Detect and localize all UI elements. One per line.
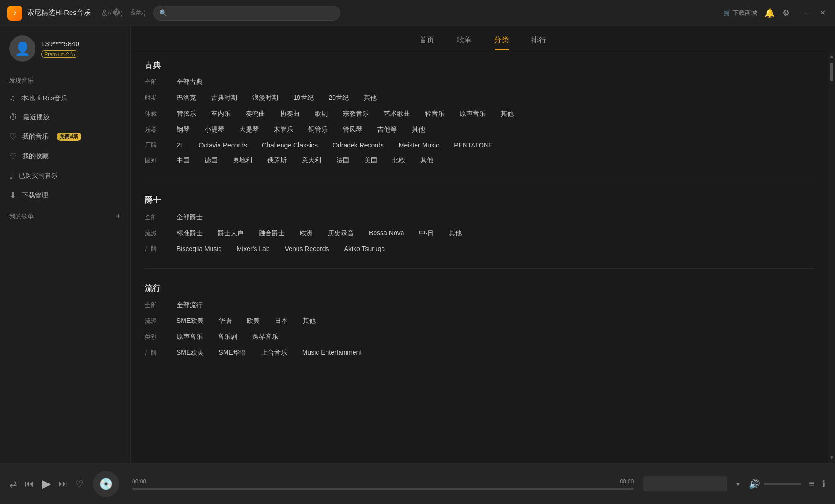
tag-venus-records[interactable]: Venus Records	[277, 244, 337, 253]
tag-usa[interactable]: 美国	[357, 155, 385, 166]
volume-bar[interactable]	[764, 483, 801, 485]
tag-nordic[interactable]: 北欧	[385, 155, 413, 166]
sidebar-item-download-mgr[interactable]: ⬇ 下载管理	[0, 186, 130, 205]
tag-organ[interactable]: 管风琴	[335, 125, 370, 135]
tag-mixers-lab[interactable]: Mixer's Lab	[229, 244, 277, 253]
tag-original-sound[interactable]: 原声音乐	[452, 109, 493, 119]
tag-orchestra[interactable]: 管弦乐	[169, 109, 204, 119]
tag-other-instrument[interactable]: 其他	[404, 125, 432, 135]
tag-bisceglia-music[interactable]: Bisceglia Music	[169, 244, 229, 253]
progress-bar[interactable]	[132, 488, 634, 490]
volume-icon[interactable]: 🔊	[749, 478, 760, 490]
minimize-button[interactable]: —	[801, 8, 812, 17]
sidebar-item-my-favorites[interactable]: ♡ 我的音乐 免费试听	[0, 127, 130, 147]
tag-violin[interactable]: 小提琴	[197, 125, 232, 135]
sidebar-item-favorites[interactable]: ♡ 我的收藏	[0, 147, 130, 166]
tag-european-jazz[interactable]: 欧洲	[292, 228, 320, 238]
tag-octavia-records[interactable]: Octavia Records	[191, 140, 255, 150]
prev-button[interactable]: ⏮	[25, 478, 34, 489]
tag-other-pop[interactable]: 其他	[295, 316, 323, 326]
tag-crossover[interactable]: 跨界音乐	[245, 332, 286, 342]
tag-odradek-records[interactable]: Odradek Records	[325, 140, 391, 150]
tag-sme-western-label[interactable]: SME欧美	[169, 348, 211, 358]
tag-bossa-nova[interactable]: Bossa Nova	[361, 228, 411, 238]
tag-sme-chinese[interactable]: SME华语	[211, 348, 253, 358]
download-store-button[interactable]: 🛒 下载商城	[723, 9, 757, 17]
tab-playlist[interactable]: 歌单	[455, 31, 474, 50]
tag-other-period[interactable]: 其他	[356, 93, 384, 103]
shuffle-button[interactable]: ⇄	[9, 478, 17, 490]
search-input[interactable]	[171, 9, 334, 16]
tab-category[interactable]: 分类	[492, 31, 511, 50]
scrollbar-up-button[interactable]: ▲	[828, 51, 835, 61]
tag-all-jazz[interactable]: 全部爵士	[169, 212, 210, 223]
tag-sino-japanese-jazz[interactable]: 中·日	[411, 228, 441, 238]
heart-button[interactable]: ♡	[75, 478, 84, 490]
next-button[interactable]: ⏭	[58, 478, 68, 489]
tag-shanghai-music[interactable]: 上合音乐	[254, 348, 295, 358]
close-button[interactable]: ✕	[818, 8, 828, 17]
tag-20c[interactable]: 20世纪	[321, 93, 357, 103]
tag-original-music[interactable]: 原声音乐	[169, 332, 210, 342]
tag-woodwind[interactable]: 木管乐	[266, 125, 301, 135]
tag-brass[interactable]: 铜管乐	[301, 125, 335, 135]
tag-austria[interactable]: 奥地利	[225, 155, 260, 166]
tag-other-country[interactable]: 其他	[413, 155, 441, 166]
back-button[interactable]: &#�;	[100, 6, 125, 20]
tag-light-music[interactable]: 轻音乐	[418, 109, 452, 119]
scrollbar-down-button[interactable]: ▼	[828, 453, 835, 462]
tab-home[interactable]: 首页	[418, 31, 436, 50]
dropdown-icon[interactable]: ▼	[735, 480, 741, 488]
tag-akiko-tsuruga[interactable]: Akiko Tsuruga	[337, 244, 393, 253]
tag-baroque[interactable]: 巴洛克	[169, 93, 204, 103]
tag-historical-jazz[interactable]: 历史录音	[320, 228, 361, 238]
sidebar-item-purchased[interactable]: ♩ 已购买的音乐	[0, 166, 130, 186]
playlist-icon[interactable]: ≡	[809, 478, 814, 489]
notification-icon[interactable]: 🔔	[764, 8, 775, 18]
play-button[interactable]: ▶	[42, 476, 51, 491]
tag-russia[interactable]: 俄罗斯	[260, 155, 294, 166]
tag-france[interactable]: 法国	[329, 155, 357, 166]
tag-chamber[interactable]: 室内乐	[204, 109, 238, 119]
tab-ranking[interactable]: 排行	[530, 31, 548, 50]
tag-china[interactable]: 中国	[169, 155, 197, 166]
tag-romantic[interactable]: 浪漫时期	[245, 93, 286, 103]
tag-piano[interactable]: 钢琴	[169, 125, 197, 135]
tag-fusion-jazz[interactable]: 融合爵士	[251, 228, 292, 238]
tag-guitar[interactable]: 吉他等	[370, 125, 404, 135]
tag-art-song[interactable]: 艺术歌曲	[376, 109, 418, 119]
tag-western-pop[interactable]: 欧美	[239, 316, 267, 326]
tag-opera[interactable]: 歌剧	[307, 109, 335, 119]
tag-2l[interactable]: 2L	[169, 140, 191, 150]
scrollbar-thumb[interactable]	[830, 63, 833, 81]
sidebar-item-local-hires[interactable]: ♫ 本地Hi-Res音乐	[0, 89, 130, 108]
tag-japanese-pop[interactable]: 日本	[267, 316, 295, 326]
tag-chinese-pop[interactable]: 华语	[211, 316, 239, 326]
scrollbar-track[interactable]	[828, 61, 835, 453]
tag-standard-jazz[interactable]: 标准爵士	[169, 228, 210, 238]
tag-musical[interactable]: 音乐剧	[210, 332, 245, 342]
tag-sonata[interactable]: 奏鸣曲	[238, 109, 273, 119]
tag-concerto[interactable]: 协奏曲	[273, 109, 307, 119]
tag-jazz-vocal[interactable]: 爵士人声	[210, 228, 251, 238]
tag-religious[interactable]: 宗教音乐	[335, 109, 376, 119]
tag-music-entertainment[interactable]: Music Entertainment	[295, 348, 369, 358]
tag-other-jazz[interactable]: 其他	[441, 228, 469, 238]
info-icon[interactable]: ℹ	[822, 478, 826, 490]
tag-all-classical[interactable]: 全部古典	[169, 77, 210, 87]
tag-germany[interactable]: 德国	[197, 155, 225, 166]
tag-19c[interactable]: 19世纪	[286, 93, 321, 103]
tag-cello[interactable]: 大提琴	[232, 125, 266, 135]
tag-classical-period[interactable]: 古典时期	[204, 93, 245, 103]
tag-sme-western[interactable]: SME欧美	[169, 316, 211, 326]
add-playlist-button[interactable]: +	[115, 211, 121, 222]
sidebar-item-recent-play[interactable]: ⏱ 最近播放	[0, 108, 130, 127]
tag-challenge-classics[interactable]: Challenge Classics	[255, 140, 325, 150]
tag-all-popular[interactable]: 全部流行	[169, 300, 210, 310]
forward-button[interactable]: &#›;	[128, 6, 148, 20]
tag-pentatone[interactable]: PENTATONE	[446, 140, 500, 150]
tag-meister-music[interactable]: Meister Music	[391, 140, 446, 150]
tag-italy[interactable]: 意大利	[294, 155, 329, 166]
settings-icon[interactable]: ⚙	[782, 8, 790, 18]
tag-other-genre[interactable]: 其他	[493, 109, 521, 119]
